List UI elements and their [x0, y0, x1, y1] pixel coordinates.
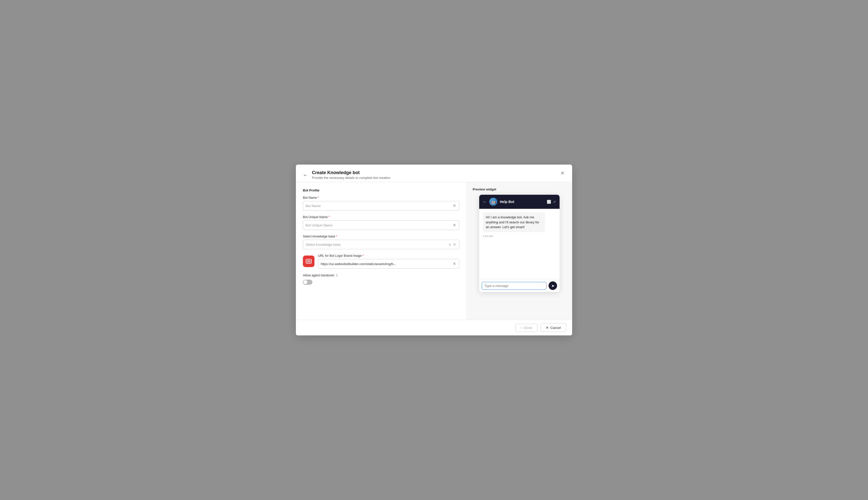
bot-unique-name-field-group: Bot Unique Name * ✕ — [303, 215, 459, 230]
send-icon: ➤ — [551, 283, 555, 288]
handover-section: Allow agent handover ℹ — [303, 273, 459, 285]
svg-rect-2 — [309, 260, 310, 262]
select-kb-required: * — [336, 235, 337, 238]
close-icon: ✕ — [560, 170, 565, 176]
modal-footer: ○ Done ✕ Cancel — [296, 320, 572, 336]
bot-profile-section-title: Bot Profile — [303, 189, 459, 192]
clear-icon: ✕ — [453, 204, 456, 208]
chat-message-input[interactable] — [482, 282, 546, 290]
handover-label: Allow agent handover — [303, 273, 334, 277]
modal-close-button[interactable]: ✕ — [560, 170, 565, 176]
bot-name-input[interactable] — [306, 204, 452, 208]
url-clear-button[interactable]: ✕ — [452, 261, 456, 266]
right-panel: Preview widget ← 🤖 Help Bot ⬜ ⤢ — [467, 182, 572, 320]
chat-header: ← 🤖 Help Bot ⬜ ⤢ — [479, 195, 559, 209]
bot-unique-name-clear-button[interactable]: ✕ — [452, 223, 456, 228]
clear-icon-4: ✕ — [453, 262, 456, 266]
bot-name-clear-button[interactable]: ✕ — [452, 203, 456, 208]
chevron-down-icon: ∨ — [449, 242, 451, 247]
handover-row: Allow agent handover ℹ — [303, 273, 459, 277]
chat-send-button[interactable]: ➤ — [548, 281, 557, 290]
handover-toggle[interactable] — [303, 280, 312, 285]
cancel-x-icon: ✕ — [546, 326, 549, 330]
select-kb-field-group: Select knowledge base * Select knowledge… — [303, 235, 459, 249]
modal-body: Bot Profile Bot Name * ✕ — [296, 182, 572, 320]
chat-body: Hi! I am a knowledge bot. Ask me anythin… — [479, 209, 559, 279]
modal-header-left: ← Create Knowledge bot Provide the neces… — [303, 170, 390, 180]
back-button[interactable]: ← — [303, 172, 310, 178]
bot-unique-name-input[interactable] — [306, 223, 452, 227]
modal-title: Create Knowledge bot — [312, 170, 390, 175]
bot-unique-name-required: * — [328, 215, 330, 219]
chat-back-button[interactable]: ← — [483, 200, 487, 204]
chat-timestamp: 5:54 AM — [483, 235, 556, 238]
left-panel: Bot Profile Bot Name * ✕ — [296, 182, 467, 320]
bot-name-label: Bot Name * — [303, 196, 459, 200]
select-kb-clear-button[interactable]: ✕ — [453, 242, 456, 247]
chat-fullscreen-button[interactable]: ⤢ — [553, 200, 556, 204]
bot-name-required: * — [318, 196, 319, 200]
preview-section-title: Preview widget — [473, 188, 566, 191]
bot-unique-name-label: Bot Unique Name * — [303, 215, 459, 219]
modal-subtitle: Provide the necessary details to complet… — [312, 176, 390, 180]
bot-logo-field-group: URL for Bot Logo/ Brand image * ✕ — [303, 254, 459, 269]
url-required: * — [362, 254, 364, 258]
done-button[interactable]: ○ Done — [516, 323, 537, 332]
bot-name-field-group: Bot Name * ✕ — [303, 196, 459, 211]
modal-title-block: Create Knowledge bot Provide the necessa… — [312, 170, 390, 180]
select-kb-label: Select knowledge base * — [303, 235, 459, 238]
done-circle-icon: ○ — [521, 326, 523, 330]
bot-name-input-wrapper: ✕ — [303, 201, 459, 211]
url-label: URL for Bot Logo/ Brand image * — [318, 254, 459, 258]
svg-rect-0 — [306, 259, 311, 263]
done-label: Done — [524, 326, 532, 330]
back-icon: ← — [303, 172, 308, 178]
url-input[interactable] — [321, 262, 452, 266]
modal-header: ← Create Knowledge bot Provide the neces… — [296, 164, 572, 182]
chat-input-row: ➤ — [479, 279, 559, 292]
url-input-wrapper: ✕ — [318, 259, 459, 269]
select-kb-dropdown[interactable]: Select knowledge base ∨ ✕ — [303, 240, 459, 249]
select-kb-placeholder: Select knowledge base — [306, 243, 449, 247]
chat-avatar: 🤖 — [489, 198, 497, 206]
bot-unique-name-input-wrapper: ✕ — [303, 220, 459, 230]
modal-overlay: ← Create Knowledge bot Provide the neces… — [0, 0, 868, 500]
info-icon[interactable]: ℹ — [336, 273, 338, 277]
svg-rect-1 — [307, 260, 309, 262]
create-knowledge-bot-modal: ← Create Knowledge bot Provide the neces… — [296, 164, 572, 336]
bot-logo-preview — [303, 255, 314, 267]
chat-header-actions: ⬜ ⤢ — [547, 200, 556, 204]
chat-expand-button[interactable]: ⬜ — [547, 200, 551, 204]
toggle-thumb — [303, 280, 308, 284]
clear-icon-3: ✕ — [453, 242, 456, 247]
chat-widget-preview: ← 🤖 Help Bot ⬜ ⤢ Hi! I am a knowledge bo… — [479, 195, 559, 292]
clear-icon-2: ✕ — [453, 223, 456, 227]
chat-bot-name: Help Bot — [500, 200, 544, 204]
cancel-button[interactable]: ✕ Cancel — [541, 323, 566, 332]
chat-message-bubble: Hi! I am a knowledge bot. Ask me anythin… — [483, 212, 545, 232]
cancel-label: Cancel — [550, 326, 561, 330]
